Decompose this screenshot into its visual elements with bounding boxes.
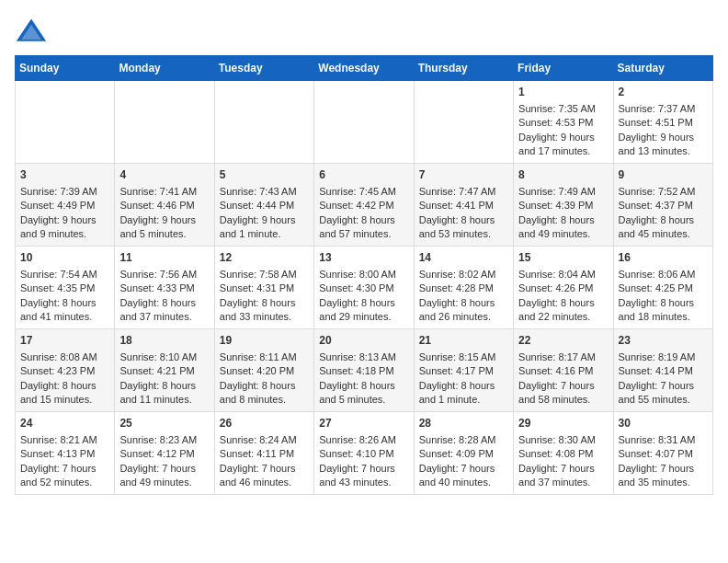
week-row-5: 24Sunrise: 8:21 AMSunset: 4:13 PMDayligh…: [16, 412, 713, 495]
sunset-text: Sunset: 4:26 PM: [518, 282, 608, 295]
sunset-text: Sunset: 4:42 PM: [319, 199, 408, 213]
sunset-text: Sunset: 4:37 PM: [619, 199, 708, 213]
day-number: 22: [518, 333, 608, 349]
daylight-text: Daylight: 9 hours and 13 minutes.: [619, 131, 708, 159]
sunrise-text: Sunrise: 8:26 AM: [319, 433, 408, 447]
calendar-cell: 24Sunrise: 8:21 AMSunset: 4:13 PMDayligh…: [16, 412, 115, 495]
sunrise-text: Sunrise: 8:17 AM: [518, 350, 608, 364]
daylight-text: Daylight: 8 hours and 15 minutes.: [20, 379, 109, 408]
sunset-text: Sunset: 4:14 PM: [619, 364, 708, 378]
sunset-text: Sunset: 4:12 PM: [119, 447, 209, 461]
calendar-cell: 10Sunrise: 7:54 AMSunset: 4:35 PMDayligh…: [16, 247, 115, 329]
daylight-text: Daylight: 9 hours and 5 minutes.: [119, 213, 209, 242]
week-row-3: 10Sunrise: 7:54 AMSunset: 4:35 PMDayligh…: [16, 247, 713, 329]
calendar-cell: 29Sunrise: 8:30 AMSunset: 4:08 PMDayligh…: [514, 412, 613, 495]
sunset-text: Sunset: 4:30 PM: [319, 282, 408, 295]
day-number: 2: [619, 85, 708, 100]
calendar-cell: 2Sunrise: 7:37 AMSunset: 4:51 PMDaylight…: [613, 81, 712, 164]
calendar-cell: 21Sunrise: 8:15 AMSunset: 4:17 PMDayligh…: [414, 329, 513, 412]
calendar-cell: [16, 81, 115, 164]
logo-icon: [15, 15, 48, 48]
sunrise-text: Sunrise: 8:23 AM: [119, 433, 209, 447]
day-number: 18: [119, 333, 209, 349]
calendar-cell: 12Sunrise: 7:58 AMSunset: 4:31 PMDayligh…: [214, 247, 313, 329]
day-number: 9: [619, 167, 708, 183]
sunrise-text: Sunrise: 8:15 AM: [419, 350, 508, 364]
calendar-cell: 25Sunrise: 8:23 AMSunset: 4:12 PMDayligh…: [115, 412, 214, 495]
day-number: 8: [518, 167, 608, 183]
daylight-text: Daylight: 7 hours and 43 minutes.: [319, 462, 408, 490]
calendar-cell: 8Sunrise: 7:49 AMSunset: 4:39 PMDaylight…: [514, 164, 613, 247]
calendar-cell: 28Sunrise: 8:28 AMSunset: 4:09 PMDayligh…: [414, 412, 513, 495]
sunrise-text: Sunrise: 8:13 AM: [319, 350, 408, 364]
sunrise-text: Sunrise: 8:11 AM: [220, 350, 309, 364]
calendar-cell: 3Sunrise: 7:39 AMSunset: 4:49 PMDaylight…: [16, 164, 115, 247]
daylight-text: Daylight: 8 hours and 8 minutes.: [220, 379, 309, 408]
calendar-cell: 26Sunrise: 8:24 AMSunset: 4:11 PMDayligh…: [214, 412, 313, 495]
calendar-cell: [314, 81, 414, 164]
daylight-text: Daylight: 7 hours and 46 minutes.: [220, 462, 309, 490]
sunset-text: Sunset: 4:13 PM: [20, 447, 109, 461]
day-number: 28: [419, 416, 508, 431]
sunset-text: Sunset: 4:31 PM: [220, 282, 309, 295]
day-number: 26: [220, 416, 309, 431]
sunrise-text: Sunrise: 8:31 AM: [619, 433, 708, 447]
day-number: 29: [518, 416, 608, 431]
day-number: 6: [319, 167, 408, 183]
daylight-text: Daylight: 7 hours and 37 minutes.: [518, 462, 608, 490]
daylight-text: Daylight: 9 hours and 1 minute.: [220, 213, 309, 242]
sunrise-text: Sunrise: 7:49 AM: [518, 185, 608, 199]
calendar-cell: 15Sunrise: 8:04 AMSunset: 4:26 PMDayligh…: [514, 247, 613, 329]
day-number: 15: [518, 250, 608, 266]
day-number: 17: [20, 333, 109, 349]
sunrise-text: Sunrise: 7:35 AM: [518, 102, 608, 116]
calendar-table: SundayMondayTuesdayWednesdayThursdayFrid…: [15, 55, 713, 495]
daylight-text: Daylight: 8 hours and 5 minutes.: [319, 379, 408, 408]
sunrise-text: Sunrise: 8:19 AM: [619, 350, 708, 364]
sunset-text: Sunset: 4:25 PM: [619, 282, 708, 295]
day-number: 21: [419, 333, 508, 349]
daylight-text: Daylight: 8 hours and 33 minutes.: [220, 296, 309, 325]
sunset-text: Sunset: 4:10 PM: [319, 447, 408, 461]
sunset-text: Sunset: 4:18 PM: [319, 364, 408, 378]
daylight-text: Daylight: 9 hours and 17 minutes.: [518, 131, 608, 159]
weekday-wednesday: Wednesday: [314, 56, 414, 81]
daylight-text: Daylight: 7 hours and 40 minutes.: [419, 462, 508, 490]
sunset-text: Sunset: 4:39 PM: [518, 199, 608, 213]
sunset-text: Sunset: 4:23 PM: [20, 364, 109, 378]
daylight-text: Daylight: 8 hours and 37 minutes.: [119, 296, 209, 325]
calendar-cell: 13Sunrise: 8:00 AMSunset: 4:30 PMDayligh…: [314, 247, 414, 329]
calendar-cell: 23Sunrise: 8:19 AMSunset: 4:14 PMDayligh…: [613, 329, 712, 412]
sunset-text: Sunset: 4:07 PM: [619, 447, 708, 461]
sunrise-text: Sunrise: 7:52 AM: [619, 185, 708, 199]
day-number: 14: [419, 250, 508, 266]
calendar-cell: [414, 81, 513, 164]
sunset-text: Sunset: 4:17 PM: [419, 364, 508, 378]
daylight-text: Daylight: 8 hours and 22 minutes.: [518, 296, 608, 325]
sunrise-text: Sunrise: 7:41 AM: [119, 185, 209, 199]
week-row-4: 17Sunrise: 8:08 AMSunset: 4:23 PMDayligh…: [16, 329, 713, 412]
calendar-cell: 22Sunrise: 8:17 AMSunset: 4:16 PMDayligh…: [514, 329, 613, 412]
day-number: 13: [319, 250, 408, 266]
day-number: 24: [20, 416, 109, 431]
calendar-cell: 18Sunrise: 8:10 AMSunset: 4:21 PMDayligh…: [115, 329, 214, 412]
sunrise-text: Sunrise: 7:43 AM: [220, 185, 309, 199]
calendar-cell: 17Sunrise: 8:08 AMSunset: 4:23 PMDayligh…: [16, 329, 115, 412]
daylight-text: Daylight: 8 hours and 26 minutes.: [419, 296, 508, 325]
sunset-text: Sunset: 4:53 PM: [518, 116, 608, 130]
calendar-cell: 6Sunrise: 7:45 AMSunset: 4:42 PMDaylight…: [314, 164, 414, 247]
sunrise-text: Sunrise: 8:21 AM: [20, 433, 109, 447]
page-header: [15, 15, 713, 48]
calendar-body: 1Sunrise: 7:35 AMSunset: 4:53 PMDaylight…: [16, 81, 713, 495]
calendar-cell: 27Sunrise: 8:26 AMSunset: 4:10 PMDayligh…: [314, 412, 414, 495]
daylight-text: Daylight: 8 hours and 11 minutes.: [119, 379, 209, 408]
calendar-cell: 30Sunrise: 8:31 AMSunset: 4:07 PMDayligh…: [613, 412, 712, 495]
sunrise-text: Sunrise: 8:08 AM: [20, 350, 109, 364]
sunrise-text: Sunrise: 8:06 AM: [619, 268, 708, 282]
day-number: 19: [220, 333, 309, 349]
day-number: 4: [119, 167, 209, 183]
day-number: 30: [619, 416, 708, 431]
daylight-text: Daylight: 9 hours and 9 minutes.: [20, 213, 109, 242]
daylight-text: Daylight: 7 hours and 52 minutes.: [20, 462, 109, 490]
sunrise-text: Sunrise: 8:10 AM: [119, 350, 209, 364]
